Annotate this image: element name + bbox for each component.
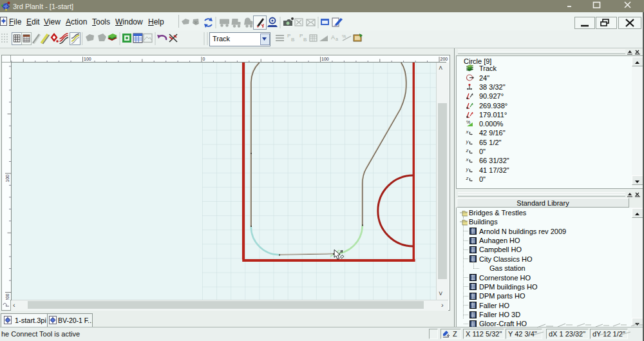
svg-text:%: % [342, 34, 346, 39]
svg-text:A: A [331, 34, 335, 41]
svg-text:100: 100 [5, 175, 10, 182]
svg-text:B: B [291, 37, 294, 43]
svg-text:y: y [466, 139, 469, 144]
svg-text:0: 0 [203, 57, 205, 61]
svg-text:B: B [303, 37, 307, 43]
svg-text:%: % [466, 120, 470, 124]
svg-text:200: 200 [5, 293, 10, 300]
svg-text:x: x [466, 157, 469, 162]
svg-text:200: 200 [440, 57, 448, 61]
svg-text:z: z [466, 148, 469, 153]
svg-text:y: y [466, 166, 469, 172]
svg-text:x: x [466, 129, 469, 135]
svg-text:a: a [336, 37, 338, 41]
svg-text:z: z [466, 175, 469, 181]
svg-text:100: 100 [321, 57, 329, 61]
svg-text:P: P [299, 33, 303, 39]
svg-text:P: P [287, 33, 290, 39]
svg-text:100: 100 [84, 57, 91, 61]
